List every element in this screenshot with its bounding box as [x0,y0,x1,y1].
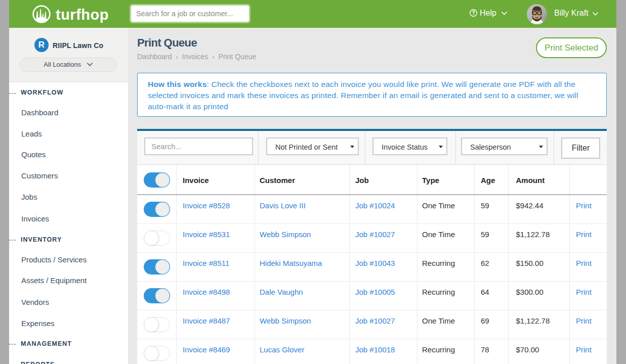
svg-text:?: ? [472,10,475,16]
